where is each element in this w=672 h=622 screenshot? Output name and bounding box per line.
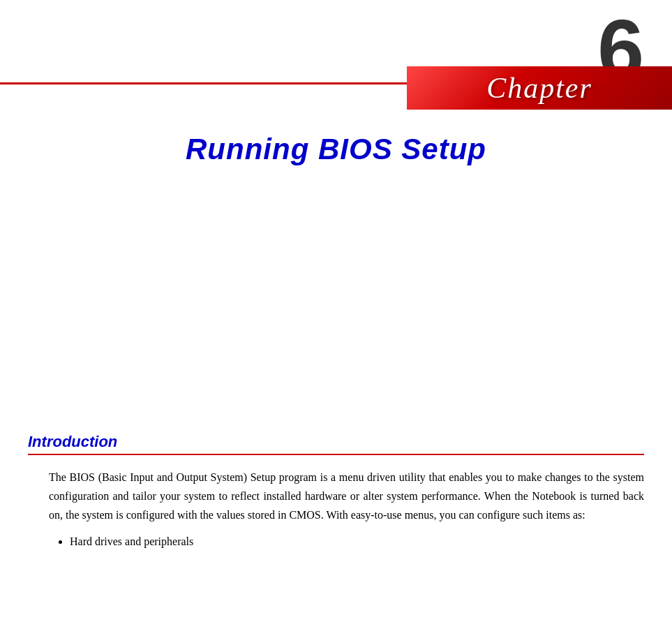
main-title: Running BIOS Setup <box>0 133 672 166</box>
page-container: 6 Chapter Running BIOS Setup Introductio… <box>0 0 672 622</box>
intro-section: Introduction The BIOS (Basic Input and O… <box>28 433 644 551</box>
intro-divider <box>28 454 644 455</box>
chapter-banner: Chapter <box>407 66 672 110</box>
intro-body: The BIOS (Basic Input and Output System)… <box>28 468 644 525</box>
bullet-list: Hard drives and peripherals <box>28 532 644 552</box>
intro-heading: Introduction <box>28 433 644 451</box>
chapter-banner-text: Chapter <box>486 71 592 105</box>
list-item: Hard drives and peripherals <box>70 532 644 552</box>
